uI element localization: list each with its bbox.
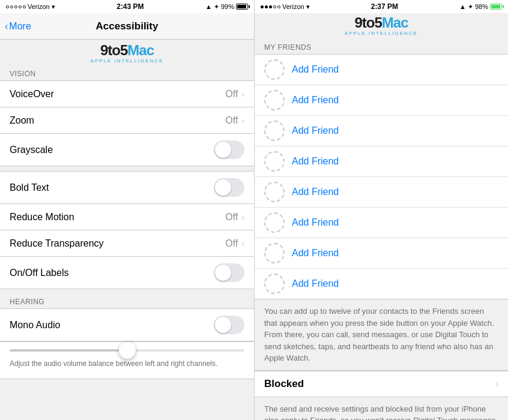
battery-icon	[236, 4, 248, 10]
right-battery-icon	[490, 4, 502, 10]
list-item[interactable]: Add Friend	[255, 55, 508, 85]
list-item[interactable]: Add Friend	[255, 116, 508, 146]
battery-label: 99%	[221, 3, 234, 10]
blocked-chevron-icon: ›	[495, 379, 498, 389]
right-panel: Verizon ▾ 2:37 PM ▲ ✦ 98% 9to5Mac Apple …	[254, 0, 508, 420]
logo-sub-left: Apple Intelligence	[0, 58, 254, 64]
right-status-bar: Verizon ▾ 2:37 PM ▲ ✦ 98%	[255, 0, 508, 13]
list-item[interactable]: Add Friend	[255, 269, 508, 299]
status-time: 2:43 PM	[116, 2, 144, 11]
logo-left: 9to5Mac	[0, 43, 254, 58]
onoff-labels-item[interactable]: On/Off Labels	[0, 257, 254, 289]
blocked-label: Blocked	[264, 378, 304, 390]
avatar	[264, 121, 285, 141]
zoom-chevron-icon: ›	[241, 116, 244, 125]
back-button[interactable]: ‹ More	[5, 21, 31, 32]
avatar	[264, 90, 285, 110]
add-friend-label-1: Add Friend	[292, 64, 339, 75]
mono-audio-label: Mono Audio	[10, 320, 61, 331]
right-wifi-icon: ▾	[306, 3, 310, 11]
list-item[interactable]: Add Friend	[255, 146, 508, 177]
add-friend-label-5: Add Friend	[292, 187, 339, 197]
grayscale-toggle[interactable]	[214, 140, 244, 159]
display-group: Bold Text Reduce Motion Off › Reduce Tra…	[0, 171, 254, 289]
back-label: More	[9, 21, 31, 32]
right-location-icon: ▲	[459, 3, 466, 10]
reduce-transparency-item[interactable]: Reduce Transparency Off ›	[0, 230, 254, 257]
right-signal-icon	[261, 5, 280, 8]
right-status-time: 2:37 PM	[371, 2, 398, 11]
page-title: Accessibility	[96, 20, 159, 32]
mono-audio-item[interactable]: Mono Audio	[0, 309, 254, 341]
grayscale-item[interactable]: Grayscale	[0, 134, 254, 166]
list-item[interactable]: Add Friend	[255, 85, 508, 116]
friends-info-box: You can add up to twelve of your contact…	[255, 299, 508, 371]
balance-slider-track[interactable]	[10, 349, 244, 352]
nav-bar: ‹ More Accessibility	[0, 13, 254, 40]
reduce-motion-chevron-icon: ›	[241, 212, 244, 222]
add-friend-label-4: Add Friend	[292, 156, 339, 167]
watermark-right: 9to5Mac Apple Intelligence	[255, 13, 508, 38]
add-friend-label-6: Add Friend	[292, 217, 339, 228]
zoom-item[interactable]: Zoom Off ›	[0, 107, 254, 134]
voiceover-item[interactable]: VoiceOver Off ›	[0, 81, 254, 107]
avatar	[264, 243, 285, 263]
hearing-group: Mono Audio	[0, 308, 254, 341]
watermark-left: 9to5Mac Apple Intelligence	[0, 40, 254, 66]
left-status-bar: Verizon ▾ 2:43 PM ▲ ✦ 99%	[0, 0, 254, 13]
status-left: Verizon ▾	[6, 3, 55, 11]
balance-slider-section: Adjust the audio volume balance between …	[0, 341, 254, 379]
mono-audio-toggle[interactable]	[214, 316, 244, 334]
voiceover-right: Off ›	[225, 89, 244, 100]
signal-icon	[6, 5, 26, 8]
vision-group: VoiceOver Off › Zoom Off › Grayscale	[0, 80, 254, 166]
right-bluetooth-icon: ✦	[468, 3, 473, 11]
left-panel: Verizon ▾ 2:43 PM ▲ ✦ 99% ‹ More Accessi…	[0, 0, 254, 420]
right-battery-label: 98%	[475, 3, 488, 10]
onoff-labels-label: On/Off Labels	[10, 268, 68, 278]
bold-text-label: Bold Text	[10, 182, 49, 193]
avatar	[264, 182, 285, 202]
my-friends-header: MY FRIENDS	[255, 38, 508, 54]
back-chevron-icon: ‹	[5, 21, 8, 32]
blocked-row[interactable]: Blocked ›	[255, 371, 508, 397]
list-item[interactable]: Add Friend	[255, 238, 508, 269]
logo-sub-right: Apple Intelligence	[255, 31, 508, 36]
bold-text-item[interactable]: Bold Text	[0, 172, 254, 204]
avatar	[264, 151, 285, 172]
divider-1	[0, 166, 254, 171]
add-friend-label-3: Add Friend	[292, 125, 339, 136]
zoom-value: Off	[225, 115, 238, 126]
list-item[interactable]: Add Friend	[255, 208, 508, 238]
friends-list: Add Friend Add Friend Add Friend Add Fri…	[255, 54, 508, 299]
right-carrier-label: Verizon	[282, 3, 304, 10]
reduce-motion-right: Off ›	[225, 212, 244, 223]
reduce-motion-item[interactable]: Reduce Motion Off ›	[0, 204, 254, 230]
voiceover-label: VoiceOver	[10, 89, 54, 100]
blocked-info: The send and receive settings and blocke…	[255, 397, 508, 421]
balance-slider-thumb[interactable]	[119, 342, 136, 359]
reduce-motion-label: Reduce Motion	[10, 212, 74, 223]
list-item[interactable]: Add Friend	[255, 177, 508, 208]
balance-slider-fill	[10, 349, 127, 352]
wifi-icon: ▾	[52, 3, 55, 11]
avatar	[264, 59, 285, 80]
carrier-label: Verizon	[28, 3, 50, 10]
bluetooth-icon: ✦	[214, 3, 219, 11]
voiceover-value: Off	[225, 89, 238, 100]
reduce-transparency-chevron-icon: ›	[241, 239, 244, 248]
avatar	[264, 212, 285, 233]
add-friend-label-8: Add Friend	[292, 278, 339, 289]
avatar	[264, 274, 285, 294]
reduce-transparency-right: Off ›	[225, 238, 244, 249]
right-status-left: Verizon ▾	[261, 3, 310, 11]
divider-2	[0, 289, 254, 294]
reduce-transparency-value: Off	[225, 238, 238, 249]
status-right: ▲ ✦ 99%	[205, 3, 248, 11]
section-vision-header: VISION	[0, 66, 254, 80]
right-status-right: ▲ ✦ 98%	[459, 3, 502, 11]
onoff-labels-toggle[interactable]	[214, 263, 244, 282]
bold-text-toggle[interactable]	[214, 178, 244, 197]
section-hearing-header: HEARING	[0, 294, 254, 308]
reduce-transparency-label: Reduce Transparency	[10, 238, 104, 249]
